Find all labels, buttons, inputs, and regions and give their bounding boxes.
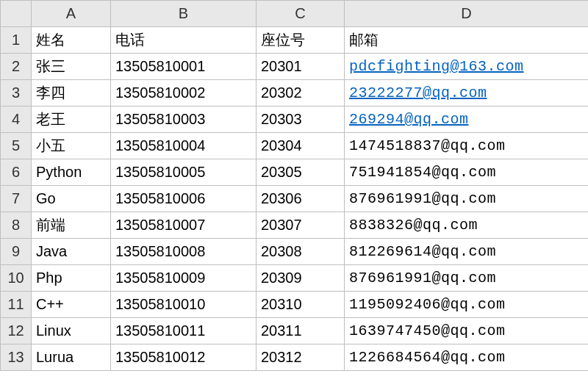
cell-seat[interactable]: 20304 [257, 133, 345, 159]
email-link[interactable]: 269294@qq.com [349, 111, 469, 128]
table-row: 6Python1350581000520305751941854@qq.com [1, 159, 589, 186]
row-header[interactable]: 1 [1, 27, 32, 54]
cell-seat[interactable]: 20303 [257, 107, 345, 133]
cell-seat[interactable]: 20307 [257, 212, 345, 239]
cell-phone[interactable]: 13505810004 [111, 133, 257, 159]
cell-name[interactable]: 老王 [32, 107, 111, 133]
cell-name[interactable]: Java [32, 239, 111, 265]
cell-seat[interactable]: 20302 [257, 80, 345, 107]
column-header-d[interactable]: D [345, 1, 589, 27]
cell-seat[interactable]: 20308 [257, 239, 345, 265]
row-header[interactable]: 10 [1, 265, 32, 292]
cell-phone[interactable]: 13505810005 [111, 159, 257, 186]
email-link[interactable]: 23222277@qq.com [349, 84, 487, 101]
row-header[interactable]: 13 [1, 344, 32, 371]
column-header-a[interactable]: A [32, 1, 111, 27]
cell-email[interactable]: 1195092406@qq.com [345, 292, 589, 318]
cell-name[interactable]: Php [32, 265, 111, 292]
cell-phone[interactable]: 13505810001 [111, 54, 257, 80]
cell-phone[interactable]: 13505810003 [111, 107, 257, 133]
row-header[interactable]: 7 [1, 186, 32, 212]
email-link[interactable]: pdcfighting@163.com [349, 58, 524, 75]
row-header[interactable]: 2 [1, 54, 32, 80]
cell-phone[interactable]: 13505810007 [111, 212, 257, 239]
header-cell[interactable]: 邮箱 [345, 27, 589, 54]
cell-email[interactable]: 1639747450@qq.com [345, 318, 589, 344]
row-header[interactable]: 11 [1, 292, 32, 318]
cell-seat[interactable]: 20311 [257, 318, 345, 344]
cell-email[interactable]: 23222277@qq.com [345, 80, 589, 107]
row-header[interactable]: 8 [1, 212, 32, 239]
cell-name[interactable]: 李四 [32, 80, 111, 107]
cell-email[interactable]: 1474518837@qq.com [345, 133, 589, 159]
row-header[interactable]: 6 [1, 159, 32, 186]
column-header-c[interactable]: C [257, 1, 345, 27]
cell-email[interactable]: 8838326@qq.com [345, 212, 589, 239]
cell-phone[interactable]: 13505810006 [111, 186, 257, 212]
table-row: 7Go1350581000620306876961991@qq.com [1, 186, 589, 212]
cell-name[interactable]: C++ [32, 292, 111, 318]
column-header-b[interactable]: B [111, 1, 257, 27]
row-header[interactable]: 12 [1, 318, 32, 344]
cell-email[interactable]: 269294@qq.com [345, 107, 589, 133]
row-header[interactable]: 5 [1, 133, 32, 159]
cell-email[interactable]: 876961991@qq.com [345, 186, 589, 212]
table-row: 5小五13505810004203041474518837@qq.com [1, 133, 589, 159]
table-row: 12Linux13505810011203111639747450@qq.com [1, 318, 589, 344]
cell-seat[interactable]: 20305 [257, 159, 345, 186]
row-header[interactable]: 9 [1, 239, 32, 265]
table-row: 2张三1350581000120301pdcfighting@163.com [1, 54, 589, 80]
cell-phone[interactable]: 13505810009 [111, 265, 257, 292]
table-row: 9Java1350581000820308812269614@qq.com [1, 239, 589, 265]
cell-seat[interactable]: 20306 [257, 186, 345, 212]
header-cell[interactable]: 姓名 [32, 27, 111, 54]
cell-email[interactable]: 1226684564@qq.com [345, 344, 589, 371]
cell-seat[interactable]: 20312 [257, 344, 345, 371]
spreadsheet-grid[interactable]: A B C D 1姓名电话座位号邮箱2张三1350581000120301pdc… [0, 0, 588, 371]
cell-email[interactable]: 812269614@qq.com [345, 239, 589, 265]
row-header[interactable]: 4 [1, 107, 32, 133]
cell-phone[interactable]: 13505810008 [111, 239, 257, 265]
select-all-corner[interactable] [1, 1, 32, 27]
cell-name[interactable]: 张三 [32, 54, 111, 80]
cell-name[interactable]: Lurua [32, 344, 111, 371]
cell-phone[interactable]: 13505810002 [111, 80, 257, 107]
cell-seat[interactable]: 20310 [257, 292, 345, 318]
table-row: 10Php1350581000920309876961991@qq.com [1, 265, 589, 292]
cell-email[interactable]: 876961991@qq.com [345, 265, 589, 292]
cell-name[interactable]: Python [32, 159, 111, 186]
table-row: 4老王1350581000320303269294@qq.com [1, 107, 589, 133]
cell-name[interactable]: 小五 [32, 133, 111, 159]
cell-email[interactable]: pdcfighting@163.com [345, 54, 589, 80]
header-cell[interactable]: 电话 [111, 27, 257, 54]
table-row: 8前端13505810007203078838326@qq.com [1, 212, 589, 239]
cell-phone[interactable]: 13505810012 [111, 344, 257, 371]
cell-phone[interactable]: 13505810010 [111, 292, 257, 318]
table-row: 1姓名电话座位号邮箱 [1, 27, 589, 54]
table-row: 13Lurua13505810012203121226684564@qq.com [1, 344, 589, 371]
cell-seat[interactable]: 20309 [257, 265, 345, 292]
table-row: 11C++13505810010203101195092406@qq.com [1, 292, 589, 318]
cell-email[interactable]: 751941854@qq.com [345, 159, 589, 186]
table-row: 3李四135058100022030223222277@qq.com [1, 80, 589, 107]
row-header[interactable]: 3 [1, 80, 32, 107]
column-header-row: A B C D [1, 1, 589, 27]
cell-name[interactable]: Linux [32, 318, 111, 344]
cell-name[interactable]: Go [32, 186, 111, 212]
header-cell[interactable]: 座位号 [257, 27, 345, 54]
cell-seat[interactable]: 20301 [257, 54, 345, 80]
cell-phone[interactable]: 13505810011 [111, 318, 257, 344]
cell-name[interactable]: 前端 [32, 212, 111, 239]
